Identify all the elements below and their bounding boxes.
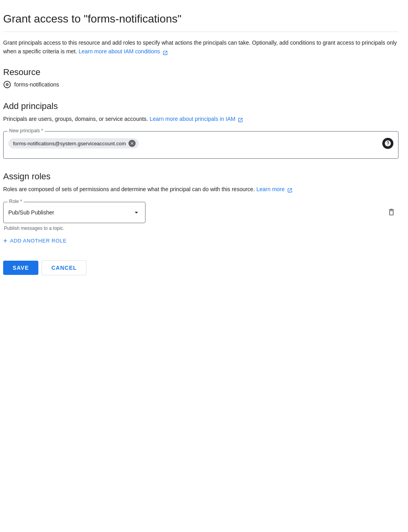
principal-chip: forms-notifications@system.gserviceaccou…	[8, 138, 139, 149]
svg-point-2	[6, 84, 8, 85]
roles-description: Roles are composed of sets of permission…	[3, 185, 399, 194]
resource-section: Resource forms-notifications	[3, 67, 399, 88]
role-field-label: Role *	[8, 199, 24, 204]
new-principals-field[interactable]: New principals * forms-notifications@sys…	[3, 131, 399, 159]
principals-input-row: forms-notifications@system.gserviceaccou…	[8, 138, 393, 149]
help-icon[interactable]	[382, 138, 393, 149]
page-title: Grant access to "forms-notifications"	[3, 13, 399, 32]
principals-external-link-icon	[238, 117, 243, 122]
resource-item: forms-notifications	[3, 81, 399, 88]
roles-external-link-icon	[287, 187, 293, 192]
principals-link[interactable]: Learn more about principals in IAM	[149, 116, 243, 122]
dropdown-icon	[132, 209, 140, 216]
role-row: Role * Pub/Sub Publisher Publish message…	[3, 202, 399, 231]
new-principals-label: New principals *	[8, 128, 45, 133]
chip-remove-button[interactable]	[128, 140, 136, 147]
cancel-button[interactable]: CANCEL	[42, 260, 87, 275]
chip-area: forms-notifications@system.gserviceaccou…	[8, 138, 379, 149]
principals-description: Principals are users, groups, domains, o…	[3, 115, 399, 123]
assign-roles-title: Assign roles	[3, 171, 399, 182]
action-buttons: SAVE CANCEL	[3, 260, 399, 275]
page-description: Grant principals access to this resource…	[3, 38, 399, 56]
role-field[interactable]: Role * Pub/Sub Publisher	[3, 202, 145, 223]
resource-name: forms-notifications	[14, 81, 59, 88]
roles-learn-more-link[interactable]: Learn more	[256, 186, 292, 192]
external-link-icon	[162, 49, 168, 55]
save-button[interactable]: SAVE	[3, 261, 38, 275]
chip-value: forms-notifications@system.gserviceaccou…	[13, 141, 126, 147]
resource-section-title: Resource	[3, 67, 399, 77]
add-principals-title: Add principals	[3, 101, 399, 111]
delete-role-button[interactable]	[384, 205, 399, 219]
plus-icon: +	[3, 237, 8, 244]
role-hint: Publish messages to a topic.	[4, 226, 378, 231]
iam-conditions-link[interactable]: Learn more about IAM conditions	[79, 48, 168, 55]
role-select-value: Pub/Sub Publisher	[8, 209, 54, 216]
add-principals-section: Add principals Principals are users, gro…	[3, 101, 399, 159]
assign-roles-section: Assign roles Roles are composed of sets …	[3, 171, 399, 244]
add-another-role-button[interactable]: + ADD ANOTHER ROLE	[3, 237, 67, 244]
resource-icon	[3, 81, 11, 88]
role-select[interactable]: Pub/Sub Publisher	[4, 202, 145, 223]
